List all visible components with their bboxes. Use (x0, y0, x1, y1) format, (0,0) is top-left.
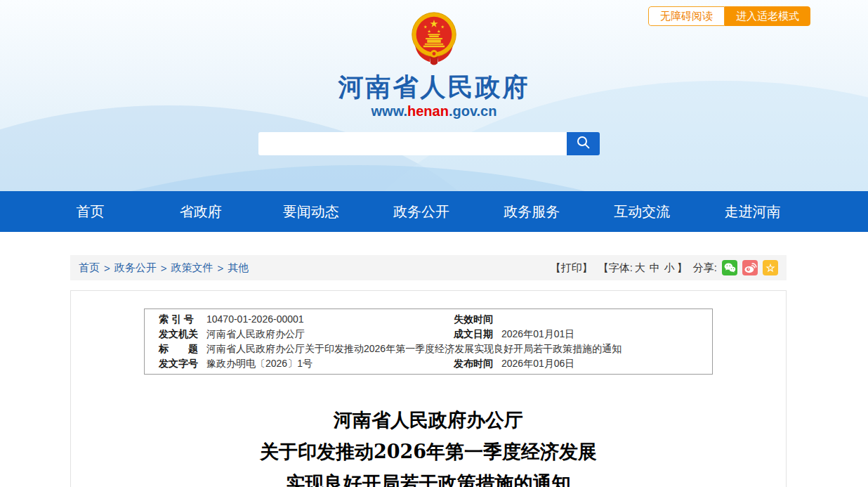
document-title-line-3: 实现良好开局若干政策措施的通知 (71, 467, 786, 487)
meta-value-title: 河南省人民政府办公厅关于印发推动2026年第一季度经济发展实现良好开局若干政策措… (206, 342, 622, 356)
main-navigation: 首页 省政府 要闻动态 政务公开 政务服务 互动交流 走进河南 (0, 191, 868, 232)
elder-mode-button[interactable]: 进入适老模式 (725, 6, 810, 26)
font-size-suffix: 】 (677, 261, 688, 273)
meta-row-issuing-agency: 发文机关 河南省人民政府办公厅 成文日期 2026年01月01日 (145, 327, 712, 342)
breadcrumb-home[interactable]: 首页 (79, 261, 100, 275)
font-size-prefix: 【字体: (598, 261, 633, 273)
site-url-suffix: .gov.cn (449, 103, 497, 119)
search-icon (575, 134, 592, 153)
breadcrumb-policy-documents[interactable]: 政策文件 (171, 261, 213, 275)
header-mode-buttons: 无障碍阅读 进入适老模式 (648, 6, 810, 26)
site-url-prefix: www. (371, 103, 407, 119)
weibo-icon[interactable] (742, 260, 758, 275)
breadcrumb-separator: > (218, 262, 224, 274)
meta-label-title: 标 题 (159, 342, 202, 356)
meta-row-index: 索 引 号 10470-01-2026-00001 失效时间 (145, 312, 712, 327)
site-url: www.henan.gov.cn (0, 103, 868, 119)
breadcrumb-other[interactable]: 其他 (228, 261, 249, 275)
search-button[interactable] (567, 132, 600, 155)
nav-item-interaction[interactable]: 互动交流 (587, 191, 697, 232)
document-title: 河南省人民政府办公厅 关于印发推动2026年第一季度经济发展 实现良好开局若干政… (71, 404, 786, 487)
meta-row-document-number: 发文字号 豫政办明电〔2026〕1号 发布时间 2026年01月06日 (145, 356, 712, 371)
breadcrumb-separator: > (104, 262, 110, 274)
site-url-highlight: henan (407, 103, 449, 119)
font-size-medium-button[interactable]: 中 (650, 261, 660, 273)
nav-item-provincial-government[interactable]: 省政府 (145, 191, 256, 232)
meta-value-index-number: 10470-01-2026-00001 (206, 312, 304, 327)
meta-label-expiry-date: 失效时间 (454, 312, 497, 327)
china-national-emblem-icon (406, 8, 462, 67)
meta-row-title: 标 题 河南省人民政府办公厅关于印发推动2026年第一季度经济发展实现良好开局若… (145, 342, 712, 356)
meta-label-issue-date: 成文日期 (454, 327, 497, 342)
document-title-line-2: 关于印发推动2026年第一季度经济发展 (71, 436, 786, 467)
search-input[interactable] (258, 132, 567, 155)
font-size-controls: 【字体:大中小】 (598, 261, 688, 275)
meta-label-publish-date: 发布时间 (454, 356, 497, 371)
nav-item-into-henan[interactable]: 走进河南 (697, 191, 808, 232)
meta-value-issue-date: 2026年01月01日 (501, 327, 574, 342)
breadcrumb: 首页 > 政务公开 > 政策文件 > 其他 (79, 261, 249, 275)
meta-value-issuing-agency: 河南省人民政府办公厅 (206, 327, 305, 342)
font-size-small-button[interactable]: 小 (664, 261, 675, 273)
font-size-large-button[interactable]: 大 (635, 261, 645, 273)
meta-label-document-number: 发文字号 (159, 356, 202, 371)
search-bar (258, 132, 600, 155)
accessibility-reading-button[interactable]: 无障碍阅读 (648, 6, 725, 26)
breadcrumb-separator: > (161, 262, 167, 274)
nav-item-government-services[interactable]: 政务服务 (477, 191, 587, 232)
site-header: 无障碍阅读 进入适老模式 河南省人民政府 www.henan.gov.cn (0, 0, 868, 191)
print-button[interactable]: 【打印】 (551, 261, 593, 275)
nav-item-news[interactable]: 要闻动态 (256, 191, 366, 232)
breadcrumb-government-affairs[interactable]: 政务公开 (114, 261, 157, 275)
share-label: 分享: (693, 261, 717, 275)
nav-item-government-affairs[interactable]: 政务公开 (366, 191, 476, 232)
site-title: 河南省人民政府 (0, 70, 868, 105)
document-title-line-1: 河南省人民政府办公厅 (71, 404, 786, 436)
page-tools: 【打印】 【字体:大中小】 分享: (545, 260, 778, 275)
meta-value-document-number: 豫政办明电〔2026〕1号 (206, 356, 313, 371)
meta-label-issuing-agency: 发文机关 (159, 327, 202, 342)
document-content-panel: 索 引 号 10470-01-2026-00001 失效时间 发文机关 河南省人… (70, 290, 787, 487)
nav-item-home[interactable]: 首页 (35, 191, 145, 232)
breadcrumb-bar: 首页 > 政务公开 > 政策文件 > 其他 【打印】 【字体:大中小】 分享: (70, 255, 787, 280)
favorite-star-icon[interactable] (763, 260, 778, 275)
meta-value-publish-date: 2026年01月06日 (501, 356, 574, 371)
meta-label-index-number: 索 引 号 (159, 312, 202, 327)
document-meta-table: 索 引 号 10470-01-2026-00001 失效时间 发文机关 河南省人… (144, 309, 713, 375)
wechat-icon[interactable] (722, 260, 737, 275)
